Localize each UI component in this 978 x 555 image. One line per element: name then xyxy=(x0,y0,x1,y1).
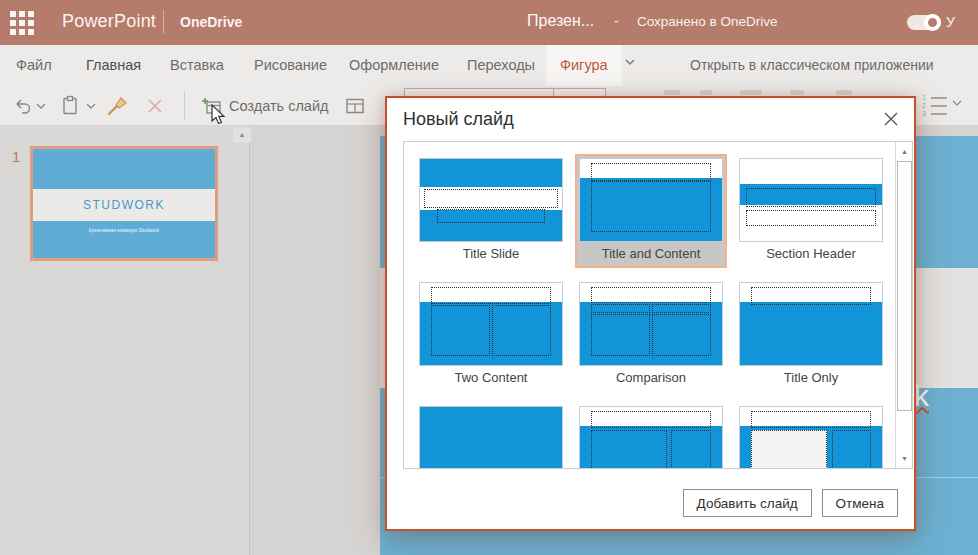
placeholder-box xyxy=(591,287,710,303)
new-slide-label: Создать слайд xyxy=(229,98,328,114)
add-slide-button[interactable]: Добавить слайд xyxy=(683,489,812,517)
save-status[interactable]: Сохранено в OneDrive xyxy=(637,14,778,29)
numlist-digit: 3 xyxy=(922,110,926,117)
placeholder-box xyxy=(492,305,550,356)
tab-transitions[interactable]: Переходы xyxy=(467,45,535,86)
paste-chevron-icon[interactable] xyxy=(86,93,96,119)
layout-grid: Title SlideTitle and ContentSection Head… xyxy=(404,142,897,469)
layout-tile-section-header[interactable]: Section Header xyxy=(735,154,887,268)
dimmed-toolbar-glyph xyxy=(790,90,804,95)
layout-tile-blank[interactable] xyxy=(415,402,567,469)
numlist-line xyxy=(931,113,947,115)
toggle-knob xyxy=(924,14,941,31)
cancel-button[interactable]: Отмена xyxy=(822,489,898,517)
background-slide-text-fragment: k xyxy=(914,379,929,413)
layout-tile-comparison[interactable]: Comparison xyxy=(575,278,727,392)
layout-thumbnail xyxy=(419,282,563,366)
undo-chevron-icon[interactable] xyxy=(36,93,46,119)
format-painter-icon[interactable] xyxy=(106,93,130,119)
title-dash: - xyxy=(614,13,619,29)
ribbon-tabs: Файл Главная Вставка Рисование Оформлени… xyxy=(0,45,978,86)
layout-button[interactable] xyxy=(344,93,366,119)
layout-tile-two-content[interactable]: Two Content xyxy=(415,278,567,392)
undo-button[interactable] xyxy=(12,93,34,119)
toolbar-separator xyxy=(184,91,185,120)
onedrive-link[interactable]: OneDrive xyxy=(180,14,242,30)
chevron-down-icon xyxy=(952,100,962,107)
placeholder-box xyxy=(751,430,826,469)
layout-thumbnail xyxy=(739,282,883,366)
placeholder-box xyxy=(751,411,870,428)
placeholder-box xyxy=(746,188,877,207)
layout-label: Comparison xyxy=(577,366,725,390)
layout-thumbnail xyxy=(419,158,563,242)
document-title[interactable]: Презен... xyxy=(527,12,594,30)
numbered-list-button[interactable]: 1 2 3 xyxy=(922,94,966,120)
delete-button[interactable] xyxy=(146,93,164,119)
open-in-classic-button[interactable]: Открыть в классическом приложении xyxy=(690,45,934,86)
layout-thumbnail xyxy=(739,158,883,242)
layout-thumbnail xyxy=(579,406,723,469)
tab-home[interactable]: Главная xyxy=(86,45,141,86)
scrollbar-thumb[interactable] xyxy=(897,161,912,411)
placeholder-box xyxy=(431,305,489,356)
layout-tile-title-slide[interactable]: Title Slide xyxy=(415,154,567,268)
tab-design[interactable]: Оформление xyxy=(349,45,439,86)
layout-tile-picture-caption[interactable] xyxy=(735,402,887,469)
layout-tile-title-content[interactable]: Title and Content xyxy=(575,154,727,268)
toggle-label: У xyxy=(946,14,955,30)
placeholder-box xyxy=(591,314,649,356)
slide-thumbnail-1[interactable]: STUDWORK Креативная команда Studwork xyxy=(30,146,218,261)
layout-thumbnail xyxy=(419,406,563,469)
placeholder-box xyxy=(437,209,545,223)
dimmed-toolbar-glyph xyxy=(664,90,680,95)
layout-grid-container: Title SlideTitle and ContentSection Head… xyxy=(403,141,913,469)
close-icon[interactable] xyxy=(880,108,902,130)
tab-draw[interactable]: Рисование xyxy=(254,45,327,86)
placeholder-box xyxy=(591,411,710,428)
thumbnail-title-band: STUDWORK xyxy=(33,189,215,221)
layout-label: Title Slide xyxy=(417,242,565,266)
tab-insert[interactable]: Вставка xyxy=(170,45,224,86)
placeholder-box xyxy=(591,181,710,232)
dialog-title: Новый слайд xyxy=(403,109,514,130)
simplified-ribbon-toggle[interactable] xyxy=(907,15,941,30)
layout-thumbnail xyxy=(579,158,723,242)
thumbnail-subtitle: Креативная команда Studwork xyxy=(33,227,215,233)
placeholder-box xyxy=(652,314,710,356)
thumbnail-title: STUDWORK xyxy=(83,198,165,212)
tab-shape-contextual[interactable]: Фигура xyxy=(546,45,622,86)
placeholder-box xyxy=(671,430,711,469)
layout-label: Title and Content xyxy=(577,242,725,266)
chevron-down-icon[interactable] xyxy=(624,58,636,66)
layout-tile-content-caption[interactable] xyxy=(575,402,727,469)
paste-button[interactable] xyxy=(60,93,80,119)
dimmed-toolbar-glyph xyxy=(700,90,712,95)
layout-label: Title Only xyxy=(737,366,885,390)
layout-label: Section Header xyxy=(737,242,885,266)
layout-label: Two Content xyxy=(417,366,565,390)
dialog-footer: Добавить слайд Отмена xyxy=(683,489,898,517)
app-title: PowerPoint xyxy=(62,11,156,32)
placeholder-box xyxy=(746,210,877,226)
scrollbar-down-icon[interactable]: ▼ xyxy=(897,450,912,467)
scrollbar-up-icon[interactable]: ▲ xyxy=(897,143,912,160)
dimmed-toolbar-glyph xyxy=(740,90,762,95)
numlist-line xyxy=(931,97,947,99)
layout-tile-title-only[interactable]: Title Only xyxy=(735,278,887,392)
header-divider xyxy=(163,10,164,34)
panel-scroll-up-button[interactable]: ▲ xyxy=(233,127,251,143)
placeholder-box xyxy=(424,189,557,208)
tab-file[interactable]: Файл xyxy=(16,45,52,86)
layout-thumbnail xyxy=(579,282,723,366)
placeholder-box xyxy=(652,304,710,312)
numlist-line xyxy=(931,105,947,107)
placeholder-box xyxy=(832,430,870,469)
layout-thumbnail xyxy=(739,406,883,469)
dimmed-toolbar-glyph xyxy=(836,90,852,95)
placeholder-box xyxy=(431,287,550,304)
slide-number: 1 xyxy=(12,148,20,165)
dialog-scrollbar[interactable]: ▲ ▼ xyxy=(895,142,912,468)
app-launcher-icon[interactable] xyxy=(10,11,34,35)
new-slide-button[interactable]: Создать слайд xyxy=(200,93,328,119)
